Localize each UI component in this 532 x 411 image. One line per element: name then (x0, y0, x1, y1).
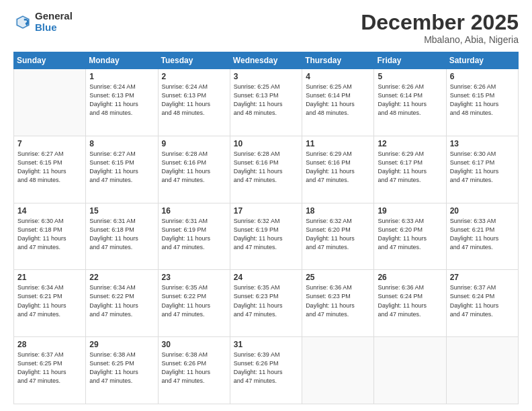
day-info: Sunrise: 6:39 AM Sunset: 6:26 PM Dayligh… (234, 351, 298, 385)
calendar-table: Sunday Monday Tuesday Wednesday Thursday… (13, 52, 519, 404)
logo: General Blue (13, 11, 73, 33)
day-info: Sunrise: 6:25 AM Sunset: 6:13 PM Dayligh… (234, 83, 298, 118)
col-tuesday: Tuesday (158, 52, 230, 69)
table-row: 26Sunrise: 6:36 AM Sunset: 6:24 PM Dayli… (374, 270, 446, 337)
day-number: 25 (306, 273, 370, 282)
day-info: Sunrise: 6:36 AM Sunset: 6:24 PM Dayligh… (378, 283, 442, 318)
logo-general: General (35, 11, 73, 22)
day-info: Sunrise: 6:32 AM Sunset: 6:19 PM Dayligh… (234, 217, 298, 252)
day-info: Sunrise: 6:31 AM Sunset: 6:19 PM Dayligh… (162, 217, 226, 252)
day-number: 9 (162, 139, 226, 148)
table-row: 25Sunrise: 6:36 AM Sunset: 6:23 PM Dayli… (302, 270, 374, 337)
day-number: 19 (378, 206, 442, 216)
day-info: Sunrise: 6:36 AM Sunset: 6:23 PM Dayligh… (306, 283, 370, 318)
day-info: Sunrise: 6:24 AM Sunset: 6:13 PM Dayligh… (89, 83, 154, 118)
day-info: Sunrise: 6:38 AM Sunset: 6:25 PM Dayligh… (89, 351, 154, 385)
calendar-week-row: 21Sunrise: 6:34 AM Sunset: 6:21 PM Dayli… (14, 270, 519, 337)
day-info: Sunrise: 6:26 AM Sunset: 6:14 PM Dayligh… (378, 83, 442, 118)
title-month: December 2025 (361, 11, 519, 34)
day-number: 18 (306, 206, 370, 216)
day-number: 3 (234, 72, 298, 81)
day-number: 24 (234, 273, 298, 282)
day-info: Sunrise: 6:30 AM Sunset: 6:17 PM Dayligh… (450, 150, 515, 185)
col-saturday: Saturday (446, 52, 518, 69)
table-row: 13Sunrise: 6:30 AM Sunset: 6:17 PM Dayli… (446, 136, 518, 203)
calendar-week-row: 14Sunrise: 6:30 AM Sunset: 6:18 PM Dayli… (14, 203, 519, 270)
table-row: 24Sunrise: 6:35 AM Sunset: 6:23 PM Dayli… (230, 270, 302, 337)
day-info: Sunrise: 6:34 AM Sunset: 6:22 PM Dayligh… (89, 283, 154, 318)
day-number: 23 (162, 273, 226, 282)
table-row (14, 69, 86, 136)
day-info: Sunrise: 6:32 AM Sunset: 6:20 PM Dayligh… (306, 217, 370, 252)
col-wednesday: Wednesday (230, 52, 302, 69)
col-monday: Monday (86, 52, 158, 69)
day-number: 30 (162, 340, 226, 349)
table-row: 21Sunrise: 6:34 AM Sunset: 6:21 PM Dayli… (14, 270, 86, 337)
day-info: Sunrise: 6:35 AM Sunset: 6:23 PM Dayligh… (234, 283, 298, 318)
day-number: 22 (89, 273, 154, 282)
table-row: 5Sunrise: 6:26 AM Sunset: 6:14 PM Daylig… (374, 69, 446, 136)
table-row: 22Sunrise: 6:34 AM Sunset: 6:22 PM Dayli… (86, 270, 158, 337)
day-info: Sunrise: 6:38 AM Sunset: 6:26 PM Dayligh… (162, 351, 226, 385)
table-row: 10Sunrise: 6:28 AM Sunset: 6:16 PM Dayli… (230, 136, 302, 203)
table-row: 3Sunrise: 6:25 AM Sunset: 6:13 PM Daylig… (230, 69, 302, 136)
table-row (446, 337, 518, 404)
day-number: 4 (306, 72, 370, 81)
day-info: Sunrise: 6:34 AM Sunset: 6:21 PM Dayligh… (17, 283, 82, 318)
title-block: December 2025 Mbalano, Abia, Nigeria (361, 11, 519, 45)
day-number: 17 (234, 206, 298, 216)
table-row: 2Sunrise: 6:24 AM Sunset: 6:13 PM Daylig… (158, 69, 230, 136)
day-number: 5 (378, 72, 442, 81)
logo-text: General Blue (35, 11, 73, 33)
table-row: 29Sunrise: 6:38 AM Sunset: 6:25 PM Dayli… (86, 337, 158, 404)
table-row: 1Sunrise: 6:24 AM Sunset: 6:13 PM Daylig… (86, 69, 158, 136)
table-row: 6Sunrise: 6:26 AM Sunset: 6:15 PM Daylig… (446, 69, 518, 136)
day-info: Sunrise: 6:24 AM Sunset: 6:13 PM Dayligh… (162, 83, 226, 118)
day-number: 8 (89, 139, 154, 148)
day-number: 26 (378, 273, 442, 282)
day-info: Sunrise: 6:29 AM Sunset: 6:17 PM Dayligh… (378, 150, 442, 185)
table-row: 23Sunrise: 6:35 AM Sunset: 6:22 PM Dayli… (158, 270, 230, 337)
day-info: Sunrise: 6:35 AM Sunset: 6:22 PM Dayligh… (162, 283, 226, 318)
table-row: 11Sunrise: 6:29 AM Sunset: 6:16 PM Dayli… (302, 136, 374, 203)
logo-blue: Blue (35, 22, 73, 34)
table-row: 17Sunrise: 6:32 AM Sunset: 6:19 PM Dayli… (230, 203, 302, 270)
table-row: 8Sunrise: 6:27 AM Sunset: 6:15 PM Daylig… (86, 136, 158, 203)
day-info: Sunrise: 6:27 AM Sunset: 6:15 PM Dayligh… (17, 150, 82, 185)
header: General Blue December 2025 Mbalano, Abia… (13, 11, 519, 45)
table-row: 18Sunrise: 6:32 AM Sunset: 6:20 PM Dayli… (302, 203, 374, 270)
day-number: 10 (234, 139, 298, 148)
calendar-week-row: 28Sunrise: 6:37 AM Sunset: 6:25 PM Dayli… (14, 337, 519, 404)
day-info: Sunrise: 6:37 AM Sunset: 6:24 PM Dayligh… (450, 283, 515, 318)
day-number: 31 (234, 340, 298, 349)
table-row: 12Sunrise: 6:29 AM Sunset: 6:17 PM Dayli… (374, 136, 446, 203)
table-row: 27Sunrise: 6:37 AM Sunset: 6:24 PM Dayli… (446, 270, 518, 337)
day-info: Sunrise: 6:25 AM Sunset: 6:14 PM Dayligh… (306, 83, 370, 118)
table-row: 9Sunrise: 6:28 AM Sunset: 6:16 PM Daylig… (158, 136, 230, 203)
day-number: 15 (89, 206, 154, 216)
calendar-body: 1Sunrise: 6:24 AM Sunset: 6:13 PM Daylig… (14, 69, 519, 404)
calendar-week-row: 1Sunrise: 6:24 AM Sunset: 6:13 PM Daylig… (14, 69, 519, 136)
day-number: 7 (17, 139, 82, 148)
day-info: Sunrise: 6:28 AM Sunset: 6:16 PM Dayligh… (162, 150, 226, 185)
day-number: 1 (89, 72, 154, 81)
day-number: 20 (450, 206, 515, 216)
table-row: 14Sunrise: 6:30 AM Sunset: 6:18 PM Dayli… (14, 203, 86, 270)
table-row: 20Sunrise: 6:33 AM Sunset: 6:21 PM Dayli… (446, 203, 518, 270)
page: General Blue December 2025 Mbalano, Abia… (0, 0, 532, 411)
table-row: 19Sunrise: 6:33 AM Sunset: 6:20 PM Dayli… (374, 203, 446, 270)
day-info: Sunrise: 6:28 AM Sunset: 6:16 PM Dayligh… (234, 150, 298, 185)
day-number: 29 (89, 340, 154, 349)
day-number: 2 (162, 72, 226, 81)
table-row: 4Sunrise: 6:25 AM Sunset: 6:14 PM Daylig… (302, 69, 374, 136)
day-info: Sunrise: 6:30 AM Sunset: 6:18 PM Dayligh… (17, 217, 82, 252)
day-info: Sunrise: 6:31 AM Sunset: 6:18 PM Dayligh… (89, 217, 154, 252)
day-info: Sunrise: 6:33 AM Sunset: 6:20 PM Dayligh… (378, 217, 442, 252)
day-number: 13 (450, 139, 515, 148)
table-row: 7Sunrise: 6:27 AM Sunset: 6:15 PM Daylig… (14, 136, 86, 203)
table-row: 15Sunrise: 6:31 AM Sunset: 6:18 PM Dayli… (86, 203, 158, 270)
calendar-header-row: Sunday Monday Tuesday Wednesday Thursday… (14, 52, 519, 69)
col-sunday: Sunday (14, 52, 86, 69)
table-row: 31Sunrise: 6:39 AM Sunset: 6:26 PM Dayli… (230, 337, 302, 404)
title-location: Mbalano, Abia, Nigeria (361, 34, 519, 45)
